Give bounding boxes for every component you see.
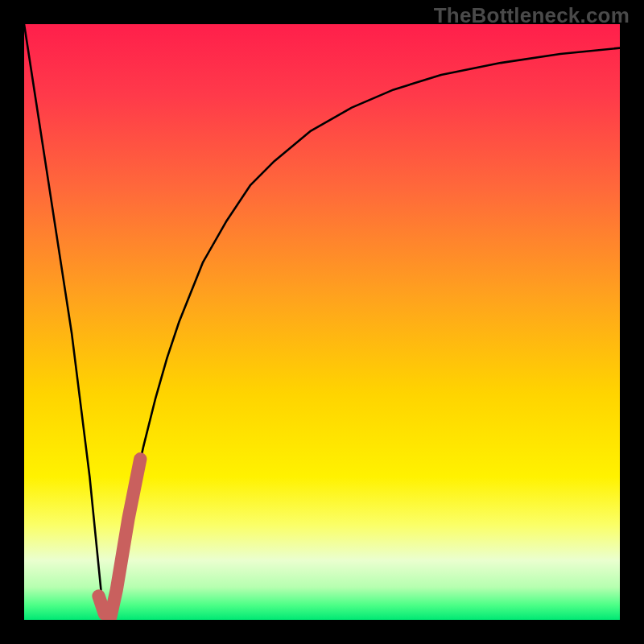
curve-layer (24, 24, 620, 620)
chart-frame: TheBottleneck.com (0, 0, 644, 644)
bottleneck-curve (24, 24, 620, 620)
watermark-text: TheBottleneck.com (434, 3, 630, 28)
plot-area (24, 24, 620, 620)
highlight-segment (99, 459, 141, 617)
